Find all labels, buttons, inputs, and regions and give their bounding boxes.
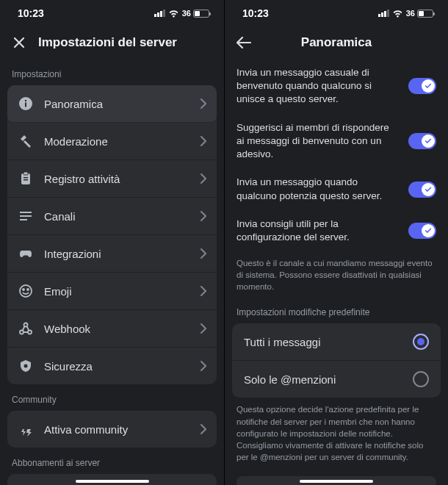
screen-panoramica: 10:23 36 Panoramica Invia un messaggio c… bbox=[224, 0, 448, 485]
home-indicator[interactable] bbox=[300, 480, 373, 483]
header: Panoramica bbox=[225, 26, 448, 59]
setting-panoramica[interactable]: Panoramica bbox=[7, 85, 217, 123]
toggle-welcome-message: Invia un messaggio casuale di benvenuto … bbox=[225, 59, 448, 114]
toggle-label: Invia un messaggio casuale di benvenuto … bbox=[236, 66, 400, 107]
chevron-right-icon bbox=[200, 361, 206, 371]
status-bar: 10:23 36 bbox=[225, 0, 448, 26]
community-icon bbox=[18, 421, 34, 437]
toggle-setup-tips: Invia consigli utili per la configurazio… bbox=[225, 210, 448, 251]
toggle-boost-message: Invia un messaggio quando qualcuno poten… bbox=[225, 168, 448, 209]
toggle-sticker-suggestion: Suggerisci ai membri di rispondere ai me… bbox=[225, 114, 448, 169]
shield-icon bbox=[18, 358, 34, 374]
radio-all-messages[interactable]: Tutti i messaggi bbox=[232, 323, 441, 361]
emoji-icon bbox=[18, 283, 34, 299]
cellular-icon bbox=[378, 10, 389, 17]
setting-registro[interactable]: Registro attività bbox=[7, 160, 217, 198]
svg-rect-1 bbox=[25, 103, 26, 107]
setting-webhook[interactable]: Webhook bbox=[7, 310, 217, 348]
toggle-label: Invia un messaggio quando qualcuno poten… bbox=[236, 176, 400, 202]
radio-label: Tutti i messaggi bbox=[244, 336, 320, 348]
chevron-right-icon bbox=[200, 211, 206, 221]
wifi-icon bbox=[392, 10, 403, 18]
chevron-right-icon bbox=[200, 173, 206, 184]
setting-sicurezza[interactable]: Sicurezza bbox=[7, 348, 217, 384]
row-label: Registro attività bbox=[44, 173, 190, 185]
section-label-subscriptions: Abbonamenti ai server bbox=[0, 448, 224, 474]
cellular-icon bbox=[154, 10, 165, 17]
screen-server-settings: 10:23 36 Impostazioni del server Imposta… bbox=[0, 0, 224, 485]
radio-button bbox=[413, 334, 429, 350]
header: Impostazioni del server bbox=[0, 26, 224, 59]
status-time: 10:23 bbox=[18, 7, 44, 19]
section-label-notifications: Impostazioni modifiche predefinite bbox=[225, 295, 448, 323]
row-label: Moderazione bbox=[44, 135, 190, 148]
toggle-switch[interactable] bbox=[408, 182, 436, 198]
svg-point-9 bbox=[27, 289, 29, 290]
row-label: Emoji bbox=[44, 285, 190, 298]
chevron-right-icon bbox=[200, 286, 206, 296]
chevron-right-icon bbox=[200, 323, 206, 334]
status-bar: 10:23 36 bbox=[0, 0, 224, 26]
overview-content[interactable]: Invia un messaggio casuale di benvenuto … bbox=[225, 59, 448, 485]
toggles-description: Questo è il canale a cui mandiamo messag… bbox=[225, 251, 448, 295]
section-label-settings: Impostazioni bbox=[0, 59, 224, 85]
battery-icon: 36 bbox=[182, 9, 209, 18]
svg-point-10 bbox=[24, 323, 28, 327]
svg-rect-4 bbox=[24, 172, 28, 175]
setting-canali[interactable]: Canali bbox=[7, 198, 217, 235]
row-label: Sicurezza bbox=[44, 360, 190, 373]
moderation-icon bbox=[18, 133, 34, 149]
status-indicators: 36 bbox=[154, 9, 209, 18]
channels-icon bbox=[18, 208, 34, 224]
chevron-right-icon bbox=[200, 98, 206, 109]
row-label: Panoramica bbox=[44, 98, 190, 110]
radio-description: Questa opzione decide l'azione predefini… bbox=[225, 398, 448, 465]
status-time: 10:23 bbox=[242, 7, 269, 19]
webhook-icon bbox=[18, 320, 34, 337]
status-indicators: 36 bbox=[378, 9, 433, 18]
chevron-right-icon bbox=[200, 136, 206, 146]
settings-list[interactable]: Impostazioni Panoramica Moderazione Regi… bbox=[0, 59, 224, 485]
clipboard-icon bbox=[18, 170, 34, 187]
page-title: Impostazioni del server bbox=[38, 35, 177, 50]
row-label: Webhook bbox=[44, 323, 190, 335]
radio-button bbox=[413, 371, 429, 387]
radio-only-mentions[interactable]: Solo le @menzioni bbox=[232, 361, 441, 398]
svg-point-8 bbox=[23, 289, 24, 290]
row-label: Attiva community bbox=[44, 423, 190, 436]
page-title: Panoramica bbox=[225, 35, 448, 50]
gamepad-icon bbox=[18, 245, 34, 262]
section-label-community: Community bbox=[0, 384, 224, 411]
battery-icon: 36 bbox=[406, 9, 433, 18]
close-button[interactable] bbox=[10, 34, 28, 51]
setting-attiva-community[interactable]: Attiva community bbox=[7, 411, 217, 448]
toggle-label: Invia consigli utili per la configurazio… bbox=[236, 218, 400, 244]
chevron-right-icon bbox=[200, 248, 206, 259]
svg-point-13 bbox=[24, 364, 28, 368]
setting-integrazioni[interactable]: Integrazioni bbox=[7, 235, 217, 273]
toggle-switch[interactable] bbox=[408, 223, 436, 239]
toggle-switch[interactable] bbox=[408, 133, 436, 149]
home-indicator[interactable] bbox=[76, 480, 149, 483]
setting-moderazione[interactable]: Moderazione bbox=[7, 123, 217, 160]
toggle-switch[interactable] bbox=[408, 78, 436, 94]
svg-point-7 bbox=[20, 285, 32, 297]
setting-emoji[interactable]: Emoji bbox=[7, 273, 217, 310]
info-icon bbox=[18, 96, 34, 112]
back-button[interactable] bbox=[235, 34, 253, 51]
toggle-label: Suggerisci ai membri di rispondere ai me… bbox=[236, 121, 400, 162]
row-label: Canali bbox=[44, 210, 190, 223]
row-label: Integrazioni bbox=[44, 248, 190, 260]
svg-rect-5 bbox=[24, 177, 28, 179]
svg-point-2 bbox=[25, 100, 26, 101]
chevron-right-icon bbox=[200, 424, 206, 434]
svg-rect-6 bbox=[24, 179, 28, 181]
radio-label: Solo le @menzioni bbox=[244, 373, 336, 386]
wifi-icon bbox=[168, 10, 179, 18]
